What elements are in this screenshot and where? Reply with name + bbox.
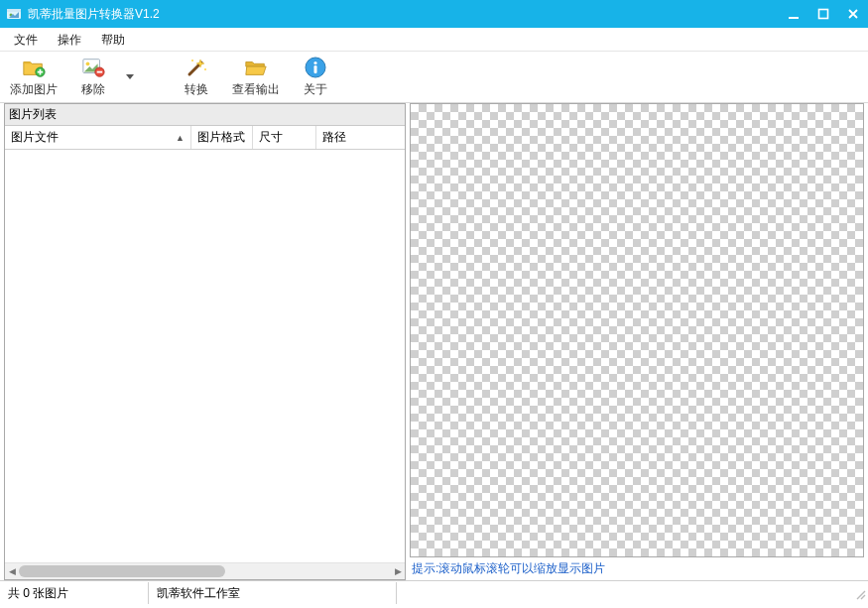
- statusbar: 共 0 张图片 凯蒂软件工作室: [0, 580, 868, 604]
- menu-help[interactable]: 帮助: [91, 29, 135, 51]
- about-button[interactable]: 关于: [288, 54, 343, 101]
- maximize-button[interactable]: [814, 5, 832, 23]
- column-path-label: 路径: [322, 129, 346, 146]
- svg-point-7: [86, 61, 90, 65]
- column-size-label: 尺寸: [259, 129, 283, 146]
- convert-label: 转换: [185, 81, 208, 98]
- close-button[interactable]: [844, 5, 862, 23]
- scroll-left-arrow-icon[interactable]: ◀: [5, 563, 19, 580]
- minimize-button[interactable]: [785, 5, 803, 23]
- svg-rect-9: [97, 71, 103, 73]
- column-path-header[interactable]: 路径: [316, 126, 405, 149]
- menu-operate[interactable]: 操作: [48, 29, 91, 51]
- view-output-button[interactable]: 查看输出: [228, 54, 284, 101]
- info-icon: [304, 56, 327, 79]
- preview-panel: 提示:滚动鼠标滚轮可以缩放显示图片: [410, 103, 864, 580]
- wand-icon: [185, 56, 208, 79]
- view-output-label: 查看输出: [232, 81, 280, 98]
- svg-point-11: [204, 68, 206, 70]
- svg-rect-4: [819, 10, 828, 19]
- sort-indicator-icon: ▲: [176, 133, 185, 143]
- image-preview[interactable]: [410, 103, 864, 557]
- list-header: 图片文件 ▲ 图片格式 尺寸 路径: [5, 126, 405, 150]
- scrollbar-thumb[interactable]: [19, 565, 225, 577]
- remove-dropdown[interactable]: [125, 54, 135, 101]
- preview-hint: 提示:滚动鼠标滚轮可以缩放显示图片: [410, 557, 864, 580]
- app-icon: [6, 6, 22, 22]
- work-area: 图片列表 图片文件 ▲ 图片格式 尺寸 路径 ◀ ▶ 提示:滚动鼠标滚轮可以缩放…: [0, 103, 868, 580]
- column-file-header[interactable]: 图片文件 ▲: [5, 126, 191, 149]
- svg-point-13: [313, 61, 316, 64]
- convert-button[interactable]: 转换: [169, 54, 224, 101]
- status-image-count: 共 0 张图片: [0, 582, 149, 604]
- svg-rect-14: [314, 65, 317, 73]
- remove-button[interactable]: 移除: [65, 54, 121, 101]
- status-studio: 凯蒂软件工作室: [149, 582, 397, 604]
- menubar: 文件 操作 帮助: [0, 28, 868, 52]
- titlebar: 凯蒂批量图片转换器V1.2: [0, 0, 868, 28]
- add-images-label: 添加图片: [10, 81, 58, 98]
- image-list-panel: 图片列表 图片文件 ▲ 图片格式 尺寸 路径 ◀ ▶: [4, 103, 406, 580]
- folder-open-icon: [244, 56, 268, 79]
- column-format-header[interactable]: 图片格式: [191, 126, 253, 149]
- column-file-label: 图片文件: [11, 129, 59, 146]
- folder-plus-icon: [22, 56, 46, 79]
- about-label: 关于: [304, 81, 327, 98]
- add-images-button[interactable]: 添加图片: [6, 54, 62, 101]
- column-format-label: 图片格式: [197, 129, 245, 146]
- svg-rect-3: [789, 17, 799, 19]
- menu-file[interactable]: 文件: [4, 29, 48, 51]
- app-title: 凯蒂批量图片转换器V1.2: [28, 6, 785, 23]
- svg-rect-1: [7, 9, 21, 12]
- scroll-right-arrow-icon[interactable]: ▶: [391, 563, 405, 580]
- image-list-title: 图片列表: [5, 104, 405, 126]
- svg-point-10: [191, 60, 193, 61]
- resize-grip[interactable]: [850, 584, 868, 602]
- column-size-header[interactable]: 尺寸: [253, 126, 316, 149]
- horizontal-scrollbar[interactable]: ◀ ▶: [5, 562, 405, 579]
- remove-label: 移除: [81, 81, 105, 98]
- image-minus-icon: [81, 56, 105, 79]
- toolbar: 添加图片 移除 转换 查看输出 关于: [0, 52, 868, 103]
- window-controls: [785, 5, 862, 23]
- image-list-body[interactable]: [5, 150, 405, 562]
